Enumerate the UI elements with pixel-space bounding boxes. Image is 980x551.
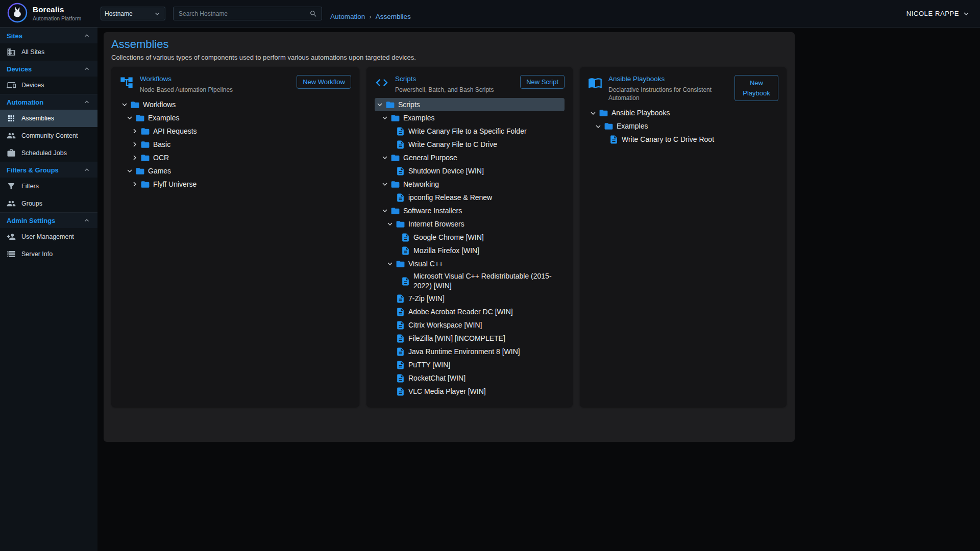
folder-icon — [140, 139, 150, 149]
tree-file-java-runtime-environment-8-win[interactable]: Java Runtime Environment 8 [WIN] — [375, 345, 565, 358]
folder-icon — [140, 179, 150, 189]
sidebar-section-items: All Sites — [0, 43, 97, 61]
new-workflow-button[interactable]: New Workflow — [297, 75, 351, 89]
chevron-spacer — [385, 139, 395, 149]
chevron-down-icon[interactable] — [119, 99, 130, 110]
sidebar-section-header[interactable]: Sites — [0, 28, 97, 43]
tree-folder-examples[interactable]: Examples — [375, 111, 565, 124]
sidebar-sections: Sites All Sites Devices Devices Automati… — [0, 28, 97, 263]
search-hostname-input[interactable] — [178, 10, 309, 18]
chevron-down-icon[interactable] — [385, 259, 395, 269]
tree-folder-examples[interactable]: Examples — [119, 111, 351, 124]
tree-file-7-zip-win[interactable]: 7-Zip [WIN] — [375, 292, 565, 305]
new-script-button[interactable]: New Script — [520, 75, 565, 89]
breadcrumb-link-assemblies[interactable]: Assemblies — [376, 13, 411, 20]
chevron-spacer — [385, 192, 395, 203]
chevron-down-icon[interactable] — [380, 153, 390, 163]
tree-folder-basic[interactable]: Basic — [119, 138, 351, 151]
tree-file-mozilla-firefox-win[interactable]: Mozilla Firefox [WIN] — [375, 244, 565, 257]
card-header: Ansible Playbooks Declarative Instructio… — [580, 67, 787, 106]
chevron-down-icon[interactable] — [385, 219, 395, 229]
user-management-icon — [7, 232, 16, 241]
sidebar-item-label: Groups — [21, 200, 42, 207]
chevron-down-icon[interactable] — [380, 113, 390, 123]
page-description: Collections of various types of componen… — [111, 54, 787, 61]
tree-file-google-chrome-win[interactable]: Google Chrome [WIN] — [375, 231, 565, 244]
sidebar-item-groups[interactable]: Groups — [0, 195, 97, 212]
tree-node-label: Internet Browsers — [408, 218, 464, 230]
sidebar-section-header[interactable]: Admin Settings — [0, 212, 97, 228]
tree-node-label: Examples — [403, 112, 434, 124]
chevron-right-icon[interactable] — [130, 139, 140, 149]
sidebar-item-community-content[interactable]: Community Content — [0, 127, 97, 144]
sidebar-section-header[interactable]: Devices — [0, 61, 97, 77]
tree-file-rocketchat-win[interactable]: RocketChat [WIN] — [375, 371, 565, 385]
sidebar-item-devices[interactable]: Devices — [0, 77, 97, 94]
tree-folder-general-purpose[interactable]: General Purpose — [375, 151, 565, 164]
tree-file-write-canary-file-to-a-specific-folder[interactable]: Write Canary File to a Specific Folder — [375, 124, 565, 138]
hostname-select[interactable]: Hostname — [101, 7, 165, 20]
new-playbook-button[interactable]: New Playbook — [734, 75, 778, 101]
chevron-down-icon[interactable] — [380, 179, 390, 189]
folder-icon — [390, 153, 400, 163]
chevron-spacer — [385, 293, 395, 304]
chevron-down-icon[interactable] — [125, 166, 135, 176]
tree-node-label: Visual C++ — [408, 258, 443, 270]
tree-folder-scripts[interactable]: Scripts — [375, 98, 565, 111]
sidebar-section-items: Devices — [0, 77, 97, 94]
chevron-down-icon[interactable] — [380, 206, 390, 216]
sidebar-item-user-management[interactable]: User Management — [0, 228, 97, 245]
tree-file-microsoft-visual-c-redistributable-2015-2022-win[interactable]: Microsoft Visual C++ Redistributable (20… — [375, 270, 565, 292]
sidebar-item-scheduled-jobs[interactable]: Scheduled Jobs — [0, 144, 97, 162]
tree-node-label: Java Runtime Environment 8 [WIN] — [408, 346, 520, 358]
chevron-down-icon[interactable] — [125, 113, 135, 123]
tree-file-filezilla-win-incomplete[interactable]: FileZilla [WIN] [INCOMPLETE] — [375, 332, 565, 345]
folder-icon — [390, 206, 400, 216]
chevron-right-icon[interactable] — [130, 153, 140, 163]
tree-folder-ansible-playbooks[interactable]: Ansible Playbooks — [588, 107, 778, 120]
sidebar-section-header[interactable]: Filters & Groups — [0, 162, 97, 178]
chevron-spacer — [385, 360, 395, 370]
tree-folder-api-requests[interactable]: API Requests — [119, 124, 351, 138]
sidebar-item-label: Assemblies — [21, 115, 54, 122]
tree-folder-flyff-universe[interactable]: Flyff Universe — [119, 178, 351, 191]
sidebar-section-header[interactable]: Automation — [0, 94, 97, 110]
book-icon — [588, 76, 602, 90]
chevron-right-icon[interactable] — [130, 179, 140, 189]
sidebar-item-label: Devices — [21, 82, 44, 89]
tree-folder-visual-c[interactable]: Visual C++ — [375, 257, 565, 270]
tree-folder-networking[interactable]: Networking — [375, 178, 565, 191]
tree-file-adobe-acrobat-reader-dc-win[interactable]: Adobe Acrobat Reader DC [WIN] — [375, 305, 565, 318]
tree-file-citrix-workspace-win[interactable]: Citrix Workspace [WIN] — [375, 318, 565, 332]
card-titles: Scripts Powershell, Batch, and Bash Scri… — [395, 75, 520, 94]
breadcrumb-link-automation[interactable]: Automation — [330, 13, 365, 20]
tree-file-ipconfig-release-renew[interactable]: ipconfig Release & Renew — [375, 191, 565, 204]
chevron-right-icon[interactable] — [130, 126, 140, 136]
sidebar-item-all-sites[interactable]: All Sites — [0, 43, 97, 61]
file-icon — [400, 276, 410, 286]
tree-file-write-canary-file-to-c-drive[interactable]: Write Canary File to C Drive — [375, 138, 565, 151]
tree-folder-games[interactable]: Games — [119, 164, 351, 178]
tree-file-vlc-media-player-win[interactable]: VLC Media Player [WIN] — [375, 385, 565, 398]
sidebar-item-filters[interactable]: Filters — [0, 178, 97, 195]
devices-icon — [7, 81, 16, 90]
card-playbooks: Ansible Playbooks Declarative Instructio… — [580, 67, 787, 407]
user-menu[interactable]: NICOLE RAPPE — [906, 9, 980, 18]
tree-folder-examples[interactable]: Examples — [588, 120, 778, 133]
sidebar-item-assemblies[interactable]: Assemblies — [0, 110, 97, 127]
tree-folder-workflows[interactable]: Workflows — [119, 98, 351, 111]
tree-file-shutdown-device-win[interactable]: Shutdown Device [WIN] — [375, 164, 565, 178]
chevron-down-icon[interactable] — [375, 99, 385, 110]
tree-folder-software-installers[interactable]: Software Installers — [375, 204, 565, 217]
brand-subtitle: Automation Platform — [33, 15, 81, 21]
chevron-down-icon[interactable] — [588, 108, 598, 118]
sidebar-section-label: Admin Settings — [7, 217, 55, 224]
tree-folder-internet-browsers[interactable]: Internet Browsers — [375, 217, 565, 231]
sidebar-item-server-info[interactable]: Server Info — [0, 245, 97, 263]
tree-folder-ocr[interactable]: OCR — [119, 151, 351, 164]
chevron-up-icon — [83, 32, 91, 40]
tree-file-putty-win[interactable]: PuTTY [WIN] — [375, 358, 565, 371]
tree-file-write-canary-to-c-drive-root[interactable]: Write Canary to C Drive Root — [588, 133, 778, 146]
folder-icon — [395, 259, 405, 269]
chevron-down-icon[interactable] — [593, 121, 603, 132]
